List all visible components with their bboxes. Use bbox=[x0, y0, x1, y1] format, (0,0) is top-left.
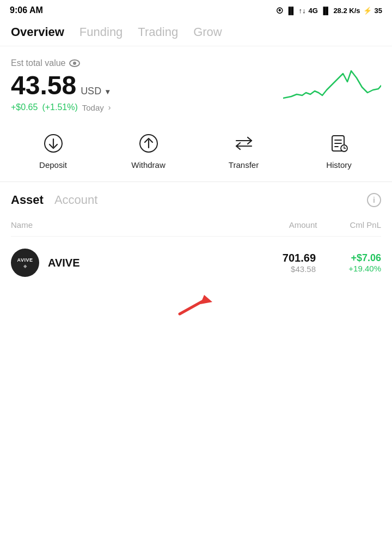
deposit-button[interactable]: Deposit bbox=[26, 131, 81, 170]
col-name: Name bbox=[11, 220, 33, 229]
asset-usd-value: $43.58 bbox=[283, 264, 316, 274]
pnl-pct: +19.40% bbox=[332, 264, 381, 273]
battery-icon: ⚡ bbox=[363, 7, 372, 15]
main-portfolio-value: 43.58 USD ▾ bbox=[11, 70, 111, 100]
tab-asset[interactable]: Asset bbox=[11, 193, 44, 207]
deposit-icon bbox=[41, 131, 66, 156]
asset-amounts: 701.69 $43.58 bbox=[283, 252, 316, 274]
svg-marker-14 bbox=[200, 295, 212, 304]
history-label: History bbox=[326, 160, 352, 170]
status-bar: 9:06 AM ⦿ ▐▌ ↑↓ 4G ▐▌ 28.2 K/s ⚡ 35 bbox=[0, 0, 392, 19]
history-icon bbox=[327, 131, 352, 156]
value-change[interactable]: +$0.65 (+1.51%) Today › bbox=[11, 102, 111, 112]
withdraw-button[interactable]: Withdraw bbox=[121, 131, 176, 170]
withdraw-icon bbox=[136, 131, 161, 156]
currency-label: USD bbox=[81, 86, 101, 97]
tab-grow[interactable]: Grow bbox=[193, 25, 222, 39]
arrow-annotation bbox=[11, 283, 381, 325]
portfolio-value-section: Est total value 43.58 USD ▾ +$0.65 (+1.5… bbox=[0, 46, 392, 121]
tab-overview[interactable]: Overview bbox=[11, 25, 64, 39]
transfer-label: Transfer bbox=[229, 160, 259, 170]
asset-pnl: +$7.06 +19.40% bbox=[332, 252, 381, 273]
signal-icon: ▐▌ bbox=[286, 7, 296, 15]
deposit-label: Deposit bbox=[39, 160, 67, 170]
change-pct: (+1.51%) bbox=[42, 102, 77, 112]
currency-dropdown-icon[interactable]: ▾ bbox=[106, 87, 109, 96]
lte-label: 4G bbox=[309, 7, 318, 15]
col-amount: Amount bbox=[289, 220, 317, 229]
speed-label: 28.2 K/s bbox=[333, 7, 360, 15]
transfer-button[interactable]: Transfer bbox=[217, 131, 271, 170]
svg-line-13 bbox=[180, 300, 204, 314]
top-navigation: Overview Funding Trading Grow bbox=[0, 19, 392, 46]
history-button[interactable]: History bbox=[312, 131, 366, 170]
status-time: 9:06 AM bbox=[10, 5, 43, 15]
est-total-label: Est total value bbox=[11, 58, 111, 68]
info-icon[interactable]: i bbox=[367, 193, 381, 207]
transfer-icon bbox=[231, 131, 256, 156]
change-amount: +$0.65 bbox=[11, 102, 38, 112]
signal2-icon: ↑↓ bbox=[299, 7, 306, 15]
col-pnl: Cml PnL bbox=[350, 220, 381, 229]
status-icons: ⦿ ▐▌ ↑↓ 4G ▐▌ 28.2 K/s ⚡ 35 bbox=[276, 7, 382, 15]
asset-qty: 701.69 bbox=[283, 252, 316, 264]
table-row[interactable]: AVIVE ◈ AVIVE 701.69 $43.58 +$7.06 +19.4… bbox=[11, 237, 381, 283]
wifi-icon: ⦿ bbox=[276, 7, 283, 15]
tab-funding[interactable]: Funding bbox=[79, 25, 123, 39]
value-left: Est total value 43.58 USD ▾ +$0.65 (+1.5… bbox=[11, 58, 111, 112]
chevron-right-icon: › bbox=[108, 103, 111, 112]
table-header: Name Amount Cml PnL bbox=[11, 216, 381, 237]
asset-section: Asset Account i Name Amount Cml PnL AVIV… bbox=[0, 182, 392, 325]
asset-account-tabs: Asset Account i bbox=[11, 193, 381, 207]
visibility-icon[interactable] bbox=[69, 59, 80, 67]
pnl-dollar: +$7.06 bbox=[332, 252, 381, 264]
battery-level: 35 bbox=[375, 7, 382, 15]
asset-name: AVIVE bbox=[48, 257, 283, 269]
withdraw-label: Withdraw bbox=[131, 160, 166, 170]
signal3-icon: ▐▌ bbox=[321, 7, 330, 15]
red-arrow-icon bbox=[174, 292, 218, 319]
tab-account[interactable]: Account bbox=[54, 193, 98, 207]
asset-logo-avive: AVIVE ◈ bbox=[11, 249, 39, 277]
value-number: 43.58 bbox=[11, 70, 76, 100]
tab-trading[interactable]: Trading bbox=[138, 25, 178, 39]
action-buttons-row: Deposit Withdraw Transfer bbox=[0, 121, 392, 182]
today-label: Today bbox=[82, 103, 104, 112]
portfolio-chart bbox=[283, 63, 381, 106]
